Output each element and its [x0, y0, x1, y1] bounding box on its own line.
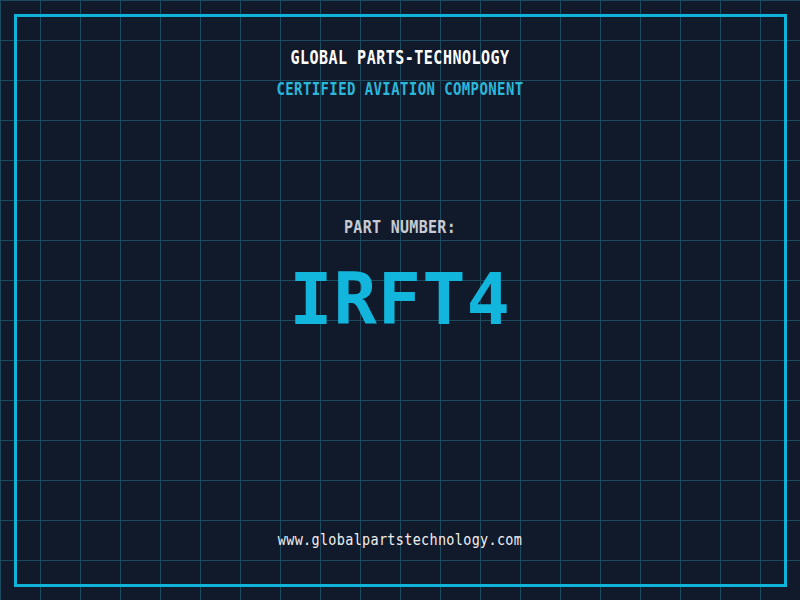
part-number-value: IRFT4 — [0, 259, 800, 339]
certification-tagline: CERTIFIED AVIATION COMPONENT — [0, 77, 800, 101]
company-name: GLOBAL PARTS-TECHNOLOGY — [0, 46, 800, 71]
website-url: www.globalpartstechnology.com — [0, 528, 800, 551]
blueprint-card: GLOBAL PARTS-TECHNOLOGY CERTIFIED AVIATI… — [0, 0, 800, 600]
part-number-label: PART NUMBER: — [0, 215, 800, 239]
